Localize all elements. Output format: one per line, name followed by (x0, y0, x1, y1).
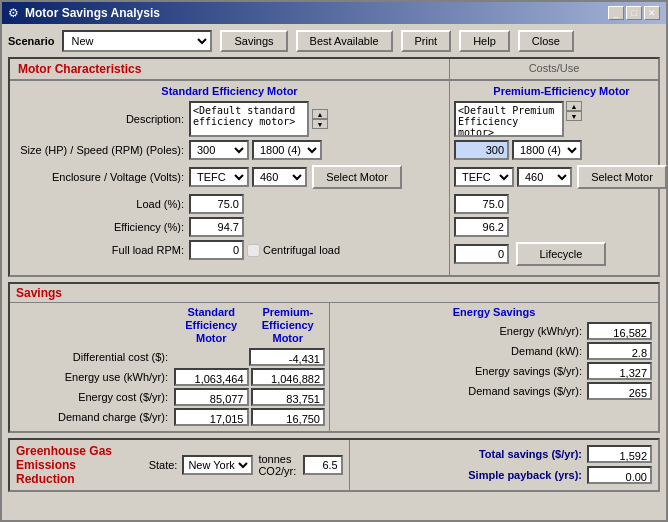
simple-payback-row: Simple payback (yrs): 0.00 (356, 466, 652, 484)
premium-efficiency-panel: Premium-Efficiency Motor <Default Premiu… (450, 81, 668, 275)
total-savings-value: 1,592 (587, 445, 652, 463)
ghg-body: Greenhouse Gas Emissions Reduction State… (10, 440, 658, 490)
state-dropdown[interactable]: New York (182, 455, 253, 475)
energy-savings-label: Energy savings ($/yr): (336, 365, 587, 377)
premium-desc-scroll-up[interactable]: ▲ (566, 101, 582, 111)
motor-characteristics-section: Motor Characteristics Costs/Use Standard… (8, 57, 660, 277)
window-content: Scenario New Savings Best Available Prin… (2, 24, 666, 520)
tonnes-label: tonnes CO2/yr: (258, 453, 297, 477)
premium-enclosure-dropdown[interactable]: TEFC (454, 167, 514, 187)
scenario-label: Scenario (8, 35, 54, 47)
standard-rpm-dropdown[interactable]: 1800 (4) (252, 140, 322, 160)
costs-use-tab[interactable]: Costs/Use (529, 62, 580, 74)
centrifugal-load-label: Centrifugal load (263, 244, 340, 256)
load-label: Load (%): (14, 198, 189, 210)
motor-panel: Standard Efficiency Motor Description: <… (10, 80, 658, 275)
window-controls: _ □ ✕ (608, 6, 660, 20)
savings-title: Savings (10, 284, 658, 303)
standard-enclosure-dropdown[interactable]: TEFC (189, 167, 249, 187)
desc-scroll-up[interactable]: ▲ (312, 109, 328, 119)
premium-rpm-input[interactable] (454, 244, 509, 264)
enclosure-voltage-label: Enclosure / Voltage (Volts): (14, 171, 189, 183)
scenario-dropdown[interactable]: New (62, 30, 212, 52)
energy-use-label: Energy use (kWh/yr): (13, 371, 173, 383)
state-label: State: (149, 459, 178, 471)
demand-charge-row: Demand charge ($/yr): 17,015 16,750 (13, 408, 326, 426)
energy-cost-col2: 83,751 (251, 388, 326, 406)
minimize-button[interactable]: _ (608, 6, 624, 20)
standard-select-motor-button[interactable]: Select Motor (312, 165, 402, 189)
energy-savings-title: Energy Savings (336, 306, 652, 318)
title-bar: ⚙ Motor Savings Analysis _ □ ✕ (2, 2, 666, 24)
standard-rpm-input[interactable] (189, 240, 244, 260)
standard-size-dropdown[interactable]: 300 (189, 140, 249, 160)
print-button[interactable]: Print (401, 30, 452, 52)
premium-load-row (454, 194, 668, 214)
size-speed-label: Size (HP) / Speed (RPM) (Poles): (14, 144, 189, 156)
standard-efficiency-input[interactable] (189, 217, 244, 237)
premium-select-motor-button[interactable]: Select Motor (577, 165, 667, 189)
energy-kwh-value: 16,582 (587, 322, 652, 340)
close-window-button[interactable]: ✕ (644, 6, 660, 20)
demand-savings-value: 265 (587, 382, 652, 400)
best-available-button[interactable]: Best Available (296, 30, 393, 52)
energy-savings-value: 1,327 (587, 362, 652, 380)
premium-load-input[interactable] (454, 194, 509, 214)
standard-description-field[interactable]: <Default standard efficiency motor> (189, 101, 309, 137)
energy-savings-row: Energy savings ($/yr): 1,327 (336, 362, 652, 380)
differential-cost-row: Differential cost ($): -4,431 (13, 348, 326, 366)
demand-kw-value: 2.8 (587, 342, 652, 360)
premium-rpm-dropdown[interactable]: 1800 (4) (512, 140, 582, 160)
demand-charge-col2: 16,750 (251, 408, 326, 426)
window-title: Motor Savings Analysis (25, 6, 160, 20)
standard-efficiency-title: Standard Efficiency Motor (14, 85, 445, 97)
maximize-button[interactable]: □ (626, 6, 642, 20)
differential-cost-col2: -4,431 (249, 348, 326, 366)
differential-cost-col1 (174, 348, 247, 366)
standard-description-row: Description: <Default standard efficienc… (14, 101, 445, 137)
standard-enclosure-row: Enclosure / Voltage (Volts): TEFC 460 Se… (14, 163, 445, 191)
standard-rpm-row: Full load RPM: Centrifugal load (14, 240, 445, 260)
full-load-rpm-label: Full load RPM: (14, 244, 189, 256)
demand-kw-row: Demand (kW): 2.8 (336, 342, 652, 360)
standard-efficiency-row: Efficiency (%): (14, 217, 445, 237)
premium-size-input[interactable] (454, 140, 509, 160)
energy-kwh-label: Energy (kWh/yr): (336, 325, 587, 337)
premium-voltage-dropdown[interactable]: 460 (517, 167, 572, 187)
premium-efficiency-input[interactable] (454, 217, 509, 237)
premium-desc-scroll-down[interactable]: ▼ (566, 111, 582, 121)
demand-charge-label: Demand charge ($/yr): (13, 411, 173, 423)
total-savings-row: Total savings ($/yr): 1,592 (356, 445, 652, 463)
description-label: Description: (14, 113, 189, 125)
centrifugal-load-checkbox[interactable] (247, 244, 260, 257)
tonnes-input[interactable] (303, 455, 343, 475)
savings-section: Savings Standard Efficiency Motor Premiu… (8, 282, 660, 433)
savings-button[interactable]: Savings (220, 30, 287, 52)
help-button[interactable]: Help (459, 30, 510, 52)
energy-use-col2: 1,046,882 (251, 368, 326, 386)
ghg-left: Greenhouse Gas Emissions Reduction State… (10, 440, 350, 490)
demand-kw-label: Demand (kW): (336, 345, 587, 357)
energy-use-col1: 1,063,464 (174, 368, 249, 386)
motor-characteristics-title: Motor Characteristics (18, 62, 141, 76)
close-button[interactable]: Close (518, 30, 574, 52)
lifecycle-button[interactable]: Lifecycle (516, 242, 606, 266)
simple-payback-label: Simple payback (yrs): (468, 469, 582, 481)
savings-body: Standard Efficiency Motor Premium-Effici… (10, 303, 658, 431)
premium-description-field[interactable]: <Default Premium Efficiency motor> (454, 101, 564, 137)
app-icon: ⚙ (8, 6, 19, 20)
demand-charge-col1: 17,015 (174, 408, 249, 426)
totals-panel: Total savings ($/yr): 1,592 Simple payba… (350, 441, 658, 488)
savings-col2-header: Premium-Efficiency Motor (250, 306, 327, 346)
premium-description-row: <Default Premium Efficiency motor> ▲ ▼ (454, 101, 668, 137)
total-savings-label: Total savings ($/yr): (479, 448, 582, 460)
efficiency-label: Efficiency (%): (14, 221, 189, 233)
standard-size-row: Size (HP) / Speed (RPM) (Poles): 300 180… (14, 140, 445, 160)
standard-load-input[interactable] (189, 194, 244, 214)
standard-efficiency-panel: Standard Efficiency Motor Description: <… (10, 81, 450, 275)
main-window: ⚙ Motor Savings Analysis _ □ ✕ Scenario … (0, 0, 668, 522)
demand-savings-row: Demand savings ($/yr): 265 (336, 382, 652, 400)
desc-scroll-down[interactable]: ▼ (312, 119, 328, 129)
standard-voltage-dropdown[interactable]: 460 (252, 167, 307, 187)
savings-col1-header: Standard Efficiency Motor (173, 306, 250, 346)
